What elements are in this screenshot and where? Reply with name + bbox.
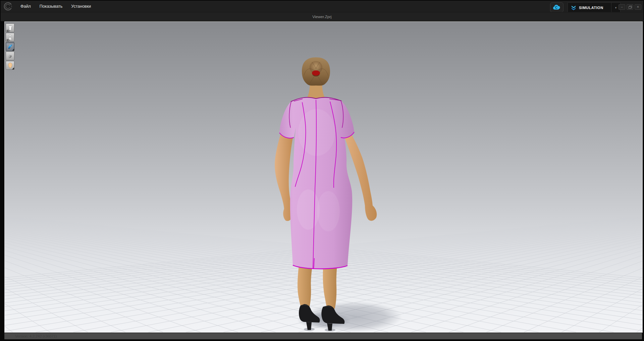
eye-icon (6, 39, 10, 42)
toolbar-fabric-view-button[interactable] (6, 42, 14, 51)
document-title-bar: Viewer.Zprj (1, 12, 643, 21)
avatar-hair (302, 57, 330, 86)
document-title: Viewer.Zprj (312, 15, 331, 19)
toolbar-fabric-plain-button[interactable] (6, 52, 14, 60)
toolbar-toggle-garment-button[interactable] (6, 23, 14, 32)
flyout-corner-marker (12, 67, 14, 69)
svg-text:C: C (555, 6, 557, 9)
menu-bar: Файл Показывать Установки C SIMULATION ▾… (1, 1, 643, 12)
gray-fabric-icon (7, 53, 13, 59)
status-bar: Version: 4.2.242 (r36071) (4, 333, 642, 339)
main-menu: Файл Показывать Установки (16, 1, 95, 12)
simulation-button[interactable]: SIMULATION ▾ (568, 2, 621, 13)
display-toolbar (6, 23, 14, 70)
restore-button[interactable] (627, 4, 633, 10)
flyout-corner-marker (12, 49, 14, 51)
cloud-icon: C (552, 4, 561, 10)
app-logo-icon (3, 2, 13, 11)
minimize-button[interactable]: – (619, 4, 625, 10)
avatar-left-leg (298, 263, 313, 308)
menu-file[interactable]: Файл (16, 1, 35, 12)
version-text: Version: 4.2.242 (r36071) (15, 334, 57, 338)
application-window: Файл Показывать Установки C SIMULATION ▾… (0, 0, 644, 341)
toolbar-avatar-skin-button[interactable] (6, 61, 14, 70)
window-controls: – ✕ (619, 4, 641, 10)
menu-show[interactable]: Показывать (35, 1, 67, 12)
simulation-label: SIMULATION (579, 6, 611, 10)
close-button[interactable]: ✕ (635, 4, 641, 10)
eye-icon (6, 30, 10, 32)
restore-icon (629, 6, 632, 8)
toolbar-toggle-avatar-button[interactable] (6, 33, 14, 42)
scene-render (5, 22, 642, 332)
cloud-sync-button[interactable]: C (550, 2, 564, 12)
viewport-3d[interactable] (4, 21, 643, 333)
menu-settings[interactable]: Установки (67, 1, 95, 12)
double-chevron-down-icon (571, 5, 576, 10)
